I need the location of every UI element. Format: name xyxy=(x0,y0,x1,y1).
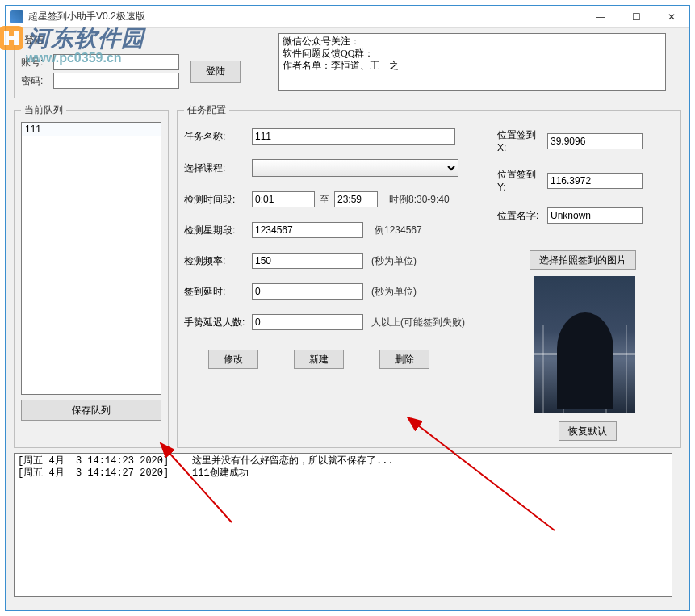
freq-hint: (秒为单位) xyxy=(371,254,417,268)
app-icon xyxy=(10,10,23,23)
list-item[interactable]: 111 xyxy=(22,123,161,136)
week-hint: 例1234567 xyxy=(375,224,422,237)
choose-image-button[interactable]: 选择拍照签到的图片 xyxy=(530,250,636,270)
image-preview xyxy=(534,276,635,413)
gesture-input[interactable] xyxy=(252,314,363,330)
delay-input[interactable] xyxy=(252,283,363,300)
login-button[interactable]: 登陆 xyxy=(190,61,241,83)
delete-button[interactable]: 删除 xyxy=(379,350,429,369)
maximize-button[interactable]: ☐ xyxy=(618,6,654,28)
queue-group: 当前队列 111 保存队列 xyxy=(14,103,169,448)
freq-input[interactable] xyxy=(252,253,363,269)
pos-y-label: 位置签到Y: xyxy=(497,168,542,193)
pos-name-label: 位置名字: xyxy=(497,209,542,223)
save-queue-button[interactable]: 保存队列 xyxy=(21,400,161,421)
login-group: 登陆 账号: 密码: 登陆 xyxy=(14,33,270,98)
titlebar[interactable]: 超星签到小助手V0.2极速版 — ☐ ✕ xyxy=(6,6,689,28)
task-legend: 任务配置 xyxy=(184,103,229,117)
pos-name-input[interactable] xyxy=(547,207,643,224)
time-from-input[interactable] xyxy=(252,191,315,207)
delay-hint: (秒为单位) xyxy=(371,285,417,299)
window-title: 超星签到小助手V0.2极速版 xyxy=(28,10,583,23)
close-button[interactable]: ✕ xyxy=(654,6,689,28)
new-button[interactable]: 新建 xyxy=(294,350,344,369)
queue-listbox[interactable]: 111 xyxy=(21,122,161,395)
time-to-label: 至 xyxy=(320,193,329,207)
pos-x-input[interactable] xyxy=(547,133,643,149)
task-name-label: 任务名称: xyxy=(184,130,247,144)
week-label: 检测星期段: xyxy=(184,224,247,237)
task-name-input[interactable] xyxy=(252,128,455,145)
password-label: 密码: xyxy=(21,74,48,88)
queue-legend: 当前队列 xyxy=(21,103,66,117)
log-output[interactable] xyxy=(14,453,672,597)
login-legend: 登陆 xyxy=(21,33,47,47)
app-window: 超星签到小助手V0.2极速版 — ☐ ✕ 河东软件园 www.pc0359.cn… xyxy=(5,5,690,611)
svg-rect-1 xyxy=(4,31,9,45)
task-group: 任务配置 任务名称: 选择课程: xyxy=(177,103,681,448)
minimize-button[interactable]: — xyxy=(583,6,618,28)
gesture-label: 手势延迟人数: xyxy=(184,316,247,329)
time-hint: 时例8:30-9:40 xyxy=(389,193,450,207)
course-select[interactable] xyxy=(252,159,458,177)
week-input[interactable] xyxy=(252,222,363,238)
pos-x-label: 位置签到X: xyxy=(497,128,542,153)
course-label: 选择课程: xyxy=(184,161,247,175)
restore-default-button[interactable]: 恢复默认 xyxy=(559,421,617,441)
info-box[interactable] xyxy=(278,33,666,91)
account-label: 账号: xyxy=(21,56,48,69)
time-to-input[interactable] xyxy=(334,191,378,207)
freq-label: 检测频率: xyxy=(184,254,247,268)
gesture-hint: 人以上(可能签到失败) xyxy=(371,316,465,329)
account-input[interactable] xyxy=(53,54,179,70)
password-input[interactable] xyxy=(53,73,179,89)
pos-y-input[interactable] xyxy=(547,173,643,189)
modify-button[interactable]: 修改 xyxy=(208,350,258,369)
time-label: 检测时间段: xyxy=(184,193,247,207)
delay-label: 签到延时: xyxy=(184,285,247,299)
